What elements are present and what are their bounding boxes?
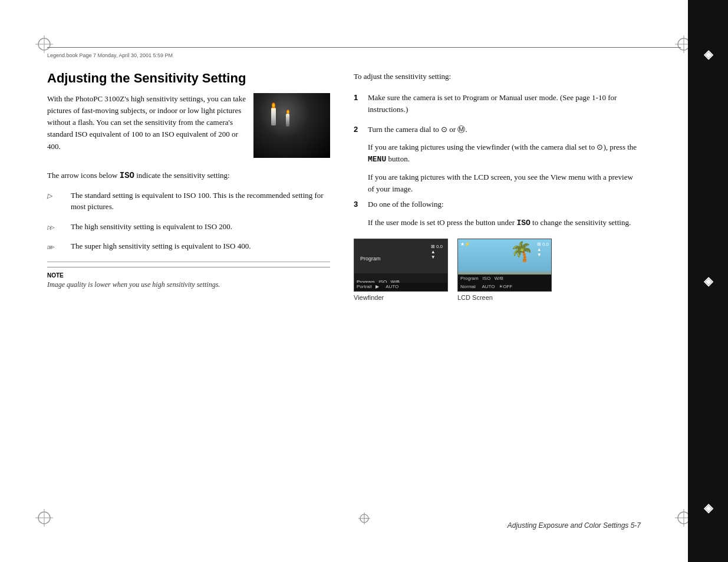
candle-image [253, 93, 330, 158]
right-sidebar: ◈ ◈ ◈ [688, 0, 728, 562]
corner-mark-bl [35, 509, 53, 527]
iso-label: ISO [120, 171, 134, 180]
single-arrow-icon [47, 190, 66, 201]
main-content: Adjusting the Sensitivity Setting With t… [47, 71, 641, 503]
menu-keyword: MENU [368, 155, 386, 164]
sidebar-arrow-top: ◈ [704, 47, 713, 61]
step-2-sub-1: If you are taking pictures using the vie… [368, 141, 641, 166]
footer: Adjusting Exposure and Color Settings 5-… [508, 521, 641, 530]
right-column: To adjust the sensitivity setting: 1 Mak… [354, 71, 641, 503]
instruction-intro: To adjust the sensitivity setting: [354, 71, 641, 82]
lcd-caption: LCD Screen [457, 294, 493, 301]
left-column: Adjusting the Sensitivity Setting With t… [47, 71, 330, 503]
list-item-double: The high sensitivity setting is equivale… [47, 221, 330, 233]
header-file-info: Legend.book Page 7 Monday, April 30, 200… [47, 52, 173, 58]
step-2-sub-2: If you are taking pictures with the LCD … [368, 171, 641, 195]
lcd-top-right: ⊠ 0.0▲▼ [537, 242, 549, 257]
step-2-text: Turn the camera dial to ⊙ or Ⓜ. [368, 125, 467, 134]
lcd-screen: 🌴 ★⚡ ⊠ 0.0▲▼ Program ISO W/B Normal AUTO… [458, 239, 551, 291]
triple-arrow-icon [47, 241, 66, 252]
step-3-sub: If the user mode is set tO press the but… [368, 217, 641, 229]
step-3-content: Do one of the following: If the user mod… [368, 199, 641, 229]
note-divider [47, 262, 330, 262]
step-2-content: Turn the camera dial to ⊙ or Ⓜ. If you a… [368, 124, 641, 196]
lcd-menu-bottom: Normal AUTO ☀OFF [460, 284, 512, 289]
step-2-number: 2 [354, 124, 368, 135]
lcd-top-icons: ★⚡ [460, 242, 470, 247]
step-2: 2 Turn the camera dial to ⊙ or Ⓜ. If you… [354, 124, 641, 196]
step-3: 3 Do one of the following: If the user m… [354, 199, 641, 229]
note-text: Image quality is lower when you use high… [47, 280, 330, 289]
candle-flame-2 [286, 110, 289, 114]
step-3-text: Do one of the following: [368, 200, 444, 209]
single-arrow-text: The standard setting is equivalent to IS… [71, 190, 330, 213]
viewfinder-block: ⊠ 0.0▲▼ Program Program ISO W/B Portrait… [354, 239, 448, 301]
lcd-image: 🌴 ★⚡ ⊠ 0.0▲▼ Program ISO W/B Normal AUTO… [457, 239, 552, 292]
step-1-text: Make sure the camera is set to Program o… [368, 93, 617, 114]
step-1-number: 1 [354, 92, 368, 104]
double-arrow-icon [47, 222, 66, 232]
steps-list: 1 Make sure the camera is set to Program… [354, 92, 641, 229]
section-title: Adjusting the Sensitivity Setting [47, 71, 330, 86]
list-item-triple: The super high sensitivity setting is eq… [47, 240, 330, 252]
sidebar-arrow-mid: ◈ [704, 274, 713, 288]
step-1-content: Make sure the camera is set to Program o… [368, 92, 641, 115]
viewfinder-caption: Viewfinder [354, 294, 384, 301]
palm-tree-icon: 🌴 [510, 242, 533, 277]
triple-arrow-text: The super high sensitivity setting is eq… [71, 240, 251, 252]
step-1: 1 Make sure the camera is set to Program… [354, 92, 641, 115]
sidebar-arrow-bot: ◈ [704, 501, 713, 515]
step-3-number: 3 [354, 199, 368, 210]
iso-keyword: ISO [516, 219, 530, 227]
intro-block: With the PhotoPC 3100Z's high sensitivit… [47, 93, 330, 161]
candle-flame-1 [272, 103, 275, 108]
lcd-block: 🌴 ★⚡ ⊠ 0.0▲▼ Program ISO W/B Normal AUTO… [457, 239, 552, 301]
viewfinder-image: ⊠ 0.0▲▼ Program Program ISO W/B Portrait… [354, 239, 448, 292]
iso-description: The arrow icons below ISO indicate the s… [47, 170, 330, 183]
footer-text: Adjusting Exposure and Color Settings 5-… [508, 521, 641, 530]
note-title: NOTE [47, 272, 330, 279]
candle-scene [253, 93, 330, 158]
header-bar: Legend.book Page 7 Monday, April 30, 200… [47, 47, 681, 59]
vf-screen: ⊠ 0.0▲▼ Program Program ISO W/B Portrait… [354, 239, 447, 291]
vf-program-label: Program [360, 256, 381, 262]
lcd-menu-top: Program ISO W/B [460, 276, 503, 281]
vf-bottom-text: Portrait ▶ AUTO [357, 284, 398, 289]
note-box: NOTE Image quality is lower when you use… [47, 267, 330, 289]
list-item-single: The standard setting is equivalent to IS… [47, 190, 330, 213]
vf-exposure: ⊠ 0.0▲▼ [431, 244, 443, 260]
screenshots-row: ⊠ 0.0▲▼ Program Program ISO W/B Portrait… [354, 239, 641, 301]
bottom-center-mark [358, 513, 370, 527]
double-arrow-text: The high sensitivity setting is equivale… [71, 221, 232, 233]
arrow-list: The standard setting is equivalent to IS… [47, 190, 330, 252]
